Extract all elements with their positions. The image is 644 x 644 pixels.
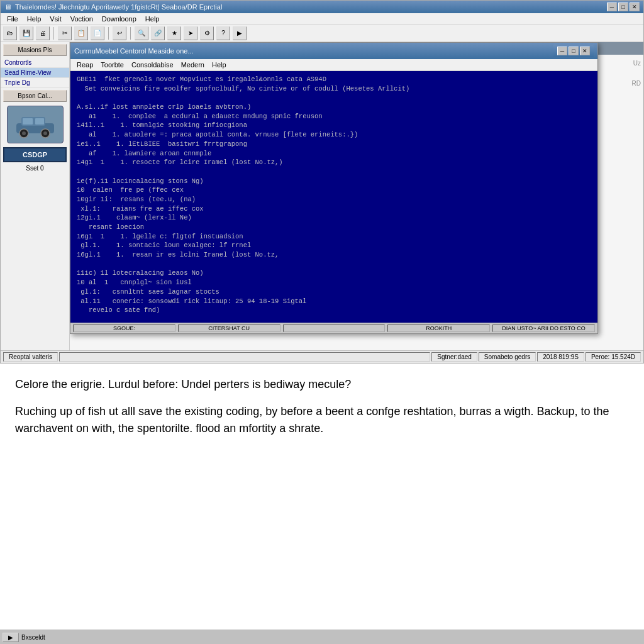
menu-file[interactable]: File xyxy=(3,14,22,23)
taskbar-label: Bxsceldt xyxy=(21,634,45,641)
toolbar-btn-5[interactable]: 📋 xyxy=(74,26,88,40)
modal-menu-medern[interactable]: Medern xyxy=(179,60,207,69)
modal-menu-consoldabise[interactable]: Consoldabise xyxy=(129,60,176,69)
svg-point-5 xyxy=(43,131,47,135)
bg-label: Uz xyxy=(633,60,641,67)
modal-close-button[interactable]: ✕ xyxy=(580,47,590,55)
toolbar-btn-10[interactable]: ★ xyxy=(167,26,181,40)
outer-titlebar: 🖥 Thaielomdes! Jlechnigtu Aporitawetly 1… xyxy=(1,1,643,13)
menu-help2[interactable]: Help xyxy=(142,14,164,23)
app-status-2: Sgtner:daed xyxy=(431,352,477,362)
sidebar-badge-csdgp: CSDGP xyxy=(3,147,67,162)
close-button[interactable]: ✕ xyxy=(630,3,640,11)
app-status-3: Somabeto gedrs xyxy=(479,352,536,362)
modal-titlebar: CurrnuMoebel Centorol Measide one... ─ □… xyxy=(70,43,597,59)
menu-help[interactable]: Help xyxy=(23,14,45,23)
toolbar-btn-13[interactable]: ? xyxy=(216,26,230,40)
description-line2: Ruching up of fish ut alll save the exis… xyxy=(15,403,629,437)
sidebar-sset: Sset 0 xyxy=(1,165,69,172)
content-area: Tigol| Sage S Tesctive RI IARI NIODUBE 4… xyxy=(70,42,643,350)
sidebar-btn-bpson[interactable]: Bpson Cal... xyxy=(3,90,67,102)
outer-menubar: File Help Vsit Voction Downloonp Help xyxy=(1,13,643,25)
toolbar-btn-11[interactable]: ➤ xyxy=(184,26,197,40)
toolbar-separator-3 xyxy=(130,27,131,40)
modal-window: CurrnuMoebel Centorol Measide one... ─ □… xyxy=(70,42,598,334)
app-status-0: Reoptal valteris xyxy=(3,352,58,362)
terminal-output[interactable]: GBE11 fket grenols nover Mopviuct es ire… xyxy=(70,71,597,323)
modal-title: CurrnuMoebel Centorol Measide one... xyxy=(74,47,194,55)
minimize-button[interactable]: ─ xyxy=(607,3,617,11)
modal-window-controls: ─ □ ✕ xyxy=(553,45,594,57)
svg-rect-6 xyxy=(23,118,33,125)
app-status-4: 2018 819:9S xyxy=(537,352,584,362)
app-statusbar: Reoptal valteris Sgtner:daed Somabeto ge… xyxy=(1,350,643,363)
toolbar-btn-14[interactable]: ▶ xyxy=(233,26,247,40)
modal-status-4: DIAN USTO~ ARII DO ESTO CO xyxy=(492,325,595,332)
modal-statusbar: SGOUE: CITERSHAT CU ROOKITH DIAN USTO~ A… xyxy=(70,323,597,333)
modal-minimize-button[interactable]: ─ xyxy=(557,47,567,55)
taskbar-start[interactable]: ▶ xyxy=(3,633,19,642)
sidebar-car-image xyxy=(7,106,64,143)
toolbar-btn-12[interactable]: ⚙ xyxy=(200,26,214,40)
toolbar-btn-8[interactable]: 🔍 xyxy=(135,26,148,40)
toolbar-btn-9[interactable]: 🔗 xyxy=(151,26,165,40)
modal-menubar: Reap Toorbte Consoldabise Medern Help xyxy=(70,59,597,71)
bg-label-2: RD xyxy=(632,80,641,87)
modal-status-3: ROOKITH xyxy=(387,325,490,332)
toolbar-btn-1[interactable]: 🗁 xyxy=(3,26,17,40)
taskbar: ▶ Bxsceldt xyxy=(0,629,644,644)
outer-window-controls: ─ □ ✕ xyxy=(607,3,640,11)
outer-window: 🖥 Thaielomdes! Jlechnigtu Aporitawetly 1… xyxy=(0,0,644,364)
toolbar-separator-1 xyxy=(53,27,54,40)
menu-voction[interactable]: Voction xyxy=(67,14,97,23)
description-line1: Celore the erigrie. Lurdul before: Undel… xyxy=(15,376,629,393)
svg-point-3 xyxy=(22,131,26,135)
modal-status-2 xyxy=(283,325,386,332)
description-area: Celore the erigrie. Lurdul before: Undel… xyxy=(0,364,644,450)
toolbar-btn-7[interactable]: ↩ xyxy=(113,26,126,40)
modal-menu-help[interactable]: Help xyxy=(209,60,229,69)
app-status-5: Peroe: 15.524D xyxy=(586,352,641,362)
toolbar-btn-2[interactable]: 💾 xyxy=(19,26,33,40)
sidebar: Masions Pls Contrortls Sead Rime-View Tn… xyxy=(1,42,70,350)
outer-toolbar: 🗁 💾 🖨 ✂ 📋 📄 ↩ 🔍 🔗 ★ ➤ ⚙ ? ▶ xyxy=(1,25,643,42)
toolbar-separator-2 xyxy=(108,27,109,40)
modal-menu-toorbte[interactable]: Toorbte xyxy=(98,60,126,69)
sidebar-item-tnpie[interactable]: Tnpie Dg xyxy=(1,78,69,88)
menu-downloonp[interactable]: Downloonp xyxy=(98,14,140,23)
modal-status-1: CITERSHAT CU xyxy=(178,325,280,332)
sidebar-item-sead[interactable]: Sead Rime-View xyxy=(1,68,69,78)
outer-title-left: 🖥 Thaielomdes! Jlechnigtu Aporitawetly 1… xyxy=(4,3,222,11)
outer-app-icon: 🖥 xyxy=(4,3,11,11)
toolbar-btn-6[interactable]: 📄 xyxy=(91,26,104,40)
car-svg xyxy=(10,109,60,140)
modal-maximize-button[interactable]: □ xyxy=(569,47,579,55)
outer-window-title: Thaielomdes! Jlechnigtu Aporitawetly 1fg… xyxy=(15,3,222,11)
sidebar-btn-masions[interactable]: Masions Pls xyxy=(3,44,67,56)
svg-rect-7 xyxy=(35,118,44,125)
modal-menu-reap[interactable]: Reap xyxy=(74,60,96,69)
sidebar-item-contrortls[interactable]: Contrortls xyxy=(1,58,69,68)
menu-vsit[interactable]: Vsit xyxy=(46,14,65,23)
toolbar-btn-3[interactable]: 🖨 xyxy=(36,26,50,40)
toolbar-btn-4[interactable]: ✂ xyxy=(58,26,72,40)
modal-status-0: SGOUE: xyxy=(73,325,175,332)
main-area: Masions Pls Contrortls Sead Rime-View Tn… xyxy=(1,42,643,350)
app-status-1 xyxy=(59,352,430,362)
maximize-button[interactable]: □ xyxy=(618,3,628,11)
